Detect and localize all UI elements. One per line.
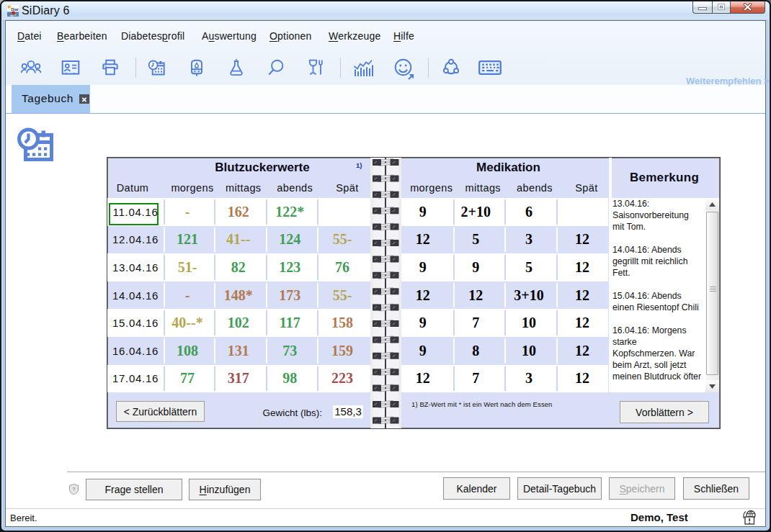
svg-text:Diary: Diary [11, 7, 19, 12]
svg-text:?: ? [72, 486, 76, 492]
